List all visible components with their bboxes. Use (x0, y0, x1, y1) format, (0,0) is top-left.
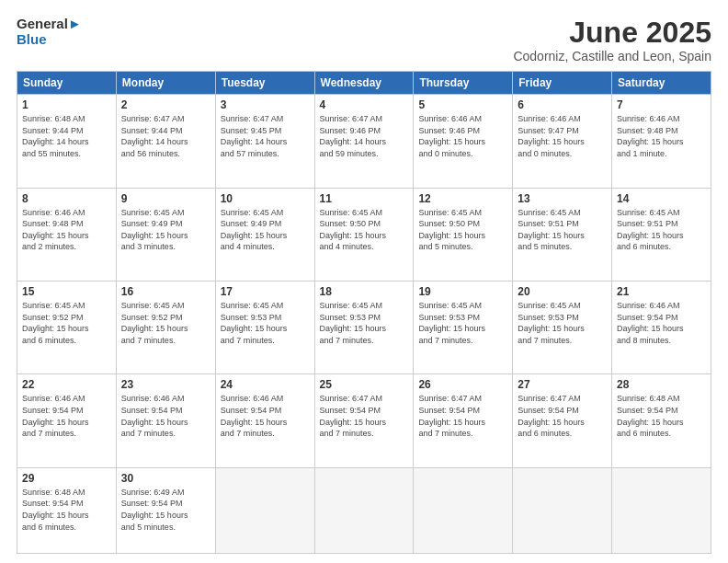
table-row: 22Sunrise: 6:46 AMSunset: 9:54 PMDayligh… (17, 374, 117, 467)
page: General► Blue June 2025 Codorniz, Castil… (0, 0, 728, 563)
table-row: 15Sunrise: 6:45 AMSunset: 9:52 PMDayligh… (17, 281, 117, 373)
title-block: June 2025 Codorniz, Castille and Leon, S… (513, 17, 711, 63)
col-wednesday: Wednesday (314, 72, 414, 95)
table-row: 1Sunrise: 6:48 AMSunset: 9:44 PMDaylight… (17, 95, 117, 188)
location-title: Codorniz, Castille and Leon, Spain (513, 49, 711, 63)
table-row: 3Sunrise: 6:47 AMSunset: 9:45 PMDaylight… (215, 95, 314, 188)
col-saturday: Saturday (612, 72, 711, 95)
table-row: 13Sunrise: 6:45 AMSunset: 9:51 PMDayligh… (513, 188, 612, 281)
table-row: 26Sunrise: 6:47 AMSunset: 9:54 PMDayligh… (414, 374, 513, 467)
month-title: June 2025 (513, 17, 711, 49)
logo: General► Blue (17, 17, 82, 47)
table-row: 18Sunrise: 6:45 AMSunset: 9:53 PMDayligh… (314, 281, 414, 373)
table-row: 29Sunrise: 6:48 AMSunset: 9:54 PMDayligh… (17, 467, 117, 553)
table-row: 11Sunrise: 6:45 AMSunset: 9:50 PMDayligh… (314, 188, 414, 281)
col-friday: Friday (513, 72, 612, 95)
table-row: 8Sunrise: 6:46 AMSunset: 9:48 PMDaylight… (17, 188, 117, 281)
table-row: 2Sunrise: 6:47 AMSunset: 9:44 PMDaylight… (116, 95, 215, 188)
col-thursday: Thursday (414, 72, 513, 95)
table-row: 6Sunrise: 6:46 AMSunset: 9:47 PMDaylight… (513, 95, 612, 188)
calendar-table: Sunday Monday Tuesday Wednesday Thursday… (17, 71, 711, 554)
col-monday: Monday (116, 72, 215, 95)
table-row: 19Sunrise: 6:45 AMSunset: 9:53 PMDayligh… (414, 281, 513, 373)
table-row: 24Sunrise: 6:46 AMSunset: 9:54 PMDayligh… (215, 374, 314, 467)
table-row: 21Sunrise: 6:46 AMSunset: 9:54 PMDayligh… (612, 281, 711, 373)
table-row (612, 467, 711, 553)
table-row (314, 467, 414, 553)
table-row: 7Sunrise: 6:46 AMSunset: 9:48 PMDaylight… (612, 95, 711, 188)
table-row: 17Sunrise: 6:45 AMSunset: 9:53 PMDayligh… (215, 281, 314, 373)
table-row: 14Sunrise: 6:45 AMSunset: 9:51 PMDayligh… (612, 188, 711, 281)
col-sunday: Sunday (17, 72, 117, 95)
header: General► Blue June 2025 Codorniz, Castil… (17, 17, 711, 63)
table-row (513, 467, 612, 553)
header-row: Sunday Monday Tuesday Wednesday Thursday… (17, 72, 711, 95)
table-row (414, 467, 513, 553)
table-row: 28Sunrise: 6:48 AMSunset: 9:54 PMDayligh… (612, 374, 711, 467)
table-row: 23Sunrise: 6:46 AMSunset: 9:54 PMDayligh… (116, 374, 215, 467)
table-row (215, 467, 314, 553)
table-row: 27Sunrise: 6:47 AMSunset: 9:54 PMDayligh… (513, 374, 612, 467)
table-row: 4Sunrise: 6:47 AMSunset: 9:46 PMDaylight… (314, 95, 414, 188)
table-row: 10Sunrise: 6:45 AMSunset: 9:49 PMDayligh… (215, 188, 314, 281)
table-row: 12Sunrise: 6:45 AMSunset: 9:50 PMDayligh… (414, 188, 513, 281)
table-row: 20Sunrise: 6:45 AMSunset: 9:53 PMDayligh… (513, 281, 612, 373)
table-row: 5Sunrise: 6:46 AMSunset: 9:46 PMDaylight… (414, 95, 513, 188)
table-row: 16Sunrise: 6:45 AMSunset: 9:52 PMDayligh… (116, 281, 215, 373)
table-row: 9Sunrise: 6:45 AMSunset: 9:49 PMDaylight… (116, 188, 215, 281)
col-tuesday: Tuesday (215, 72, 314, 95)
table-row: 25Sunrise: 6:47 AMSunset: 9:54 PMDayligh… (314, 374, 414, 467)
table-row: 30Sunrise: 6:49 AMSunset: 9:54 PMDayligh… (116, 467, 215, 553)
